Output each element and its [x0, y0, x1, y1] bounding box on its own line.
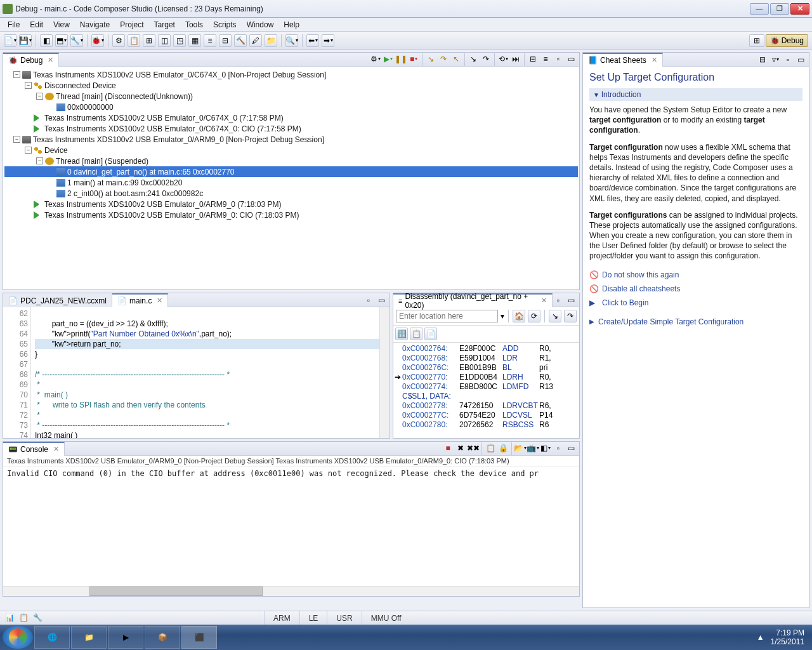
taskbar-vbox[interactable]: 📦 — [145, 626, 180, 649]
console-tab[interactable]: 📟 Console ✕ — [3, 442, 65, 456]
debug-tree-row[interactable]: −Device — [4, 145, 578, 156]
editor-tab-ccxml[interactable]: 📄 PDC_JAN25_NEW.ccxml — [3, 293, 112, 307]
taskbar-ie[interactable]: 🌐 — [34, 626, 70, 649]
nav-back-button[interactable]: ⬅ — [306, 34, 319, 47]
terminate-button[interactable]: ■ — [442, 442, 454, 454]
minimize-view-icon[interactable]: ▫ — [553, 442, 564, 454]
link-create-update[interactable]: ▶Create/Update Simple Target Configurati… — [589, 315, 802, 329]
menu-scripts[interactable]: Scripts — [208, 19, 242, 30]
link-do-not-show[interactable]: 🚫Do not show this again — [589, 268, 802, 282]
close-button[interactable]: ✕ — [790, 3, 809, 15]
maximize-view-icon[interactable]: ▭ — [565, 295, 577, 306]
minimize-button[interactable]: — — [750, 3, 769, 15]
taskbar-explorer[interactable]: 📁 — [71, 626, 107, 649]
tool-button[interactable]: ⬒ — [55, 34, 68, 47]
save-button[interactable]: 💾 — [19, 34, 32, 47]
step-over-button[interactable]: ↷ — [438, 53, 449, 65]
debug-tree-row[interactable]: 2 c_int00() at boot.asm:241 0xc000982c — [4, 188, 578, 199]
close-icon[interactable]: ✕ — [48, 56, 53, 64]
view-menu-button[interactable]: ▿ — [769, 54, 781, 65]
disassembly-body[interactable]: 0xC0002764:E28F000CADDR0,0xC0002768:E59D… — [393, 343, 579, 431]
dropdown-icon[interactable]: ▾ — [501, 312, 504, 321]
menu-project[interactable]: Project — [115, 19, 148, 30]
debug-tree-row[interactable]: 0 0x00000000 — [4, 102, 578, 112]
tool-button[interactable]: ⊟ — [757, 54, 768, 65]
system-tray[interactable]: ▲ 7:19 PM 1/25/2011 — [752, 628, 809, 647]
menu-target[interactable]: Target — [149, 19, 180, 30]
debug-tree-row[interactable]: −Thread [main] (Suspended) — [4, 156, 578, 166]
tool-button[interactable]: 📋 — [410, 328, 422, 340]
display-button[interactable]: 📺 — [527, 442, 539, 454]
step-into-button[interactable]: ↘ — [425, 53, 436, 65]
disasm-row[interactable]: ➔0xC0002770:E1DD00B4LDRHR0, — [395, 373, 578, 382]
debug-tree-row[interactable]: −Texas Instruments XDS100v2 USB Emulator… — [4, 134, 578, 145]
minimize-view-icon[interactable]: ▫ — [553, 53, 564, 65]
scrollbar-h[interactable] — [3, 586, 579, 596]
menu-help[interactable]: Help — [278, 19, 304, 30]
asm-step-into-button[interactable]: ↘ — [468, 53, 479, 65]
remove-all-button[interactable]: ✖✖ — [468, 442, 479, 454]
perspective-open-button[interactable]: ⊞ — [749, 34, 764, 47]
disasm-row[interactable]: C$SL1, DATA: — [395, 392, 578, 401]
disasm-row[interactable]: 0xC0002764:E28F000CADDR0, — [395, 344, 578, 354]
debug-tree-row[interactable]: Texas Instruments XDS100v2 USB Emulator_… — [4, 199, 578, 209]
link-click-begin[interactable]: ▶Click to Begin — [589, 296, 802, 310]
debug-tree-row[interactable]: −Texas Instruments XDS100v2 USB Emulator… — [4, 69, 578, 80]
tool-button[interactable]: ⊟ — [527, 53, 539, 65]
disasm-row[interactable]: 0xC000277C:6D754E20LDCVSLP14 — [395, 411, 578, 420]
tool-button[interactable]: ◫ — [158, 34, 171, 47]
console-output[interactable]: Invalid CIO command (0) in the CIO buffe… — [3, 467, 579, 481]
code-editor[interactable]: 62636465666768697071727374 part_no = ((d… — [3, 307, 390, 438]
tool-button[interactable]: 📋 — [128, 34, 140, 47]
maximize-view-icon[interactable]: ▭ — [565, 53, 577, 65]
close-icon[interactable]: ✕ — [652, 56, 657, 64]
perspective-debug-button[interactable]: 🐞 Debug — [766, 34, 808, 47]
status-icon[interactable]: 📊 — [5, 613, 15, 623]
suspend-button[interactable]: ❚❚ — [395, 53, 407, 65]
disasm-row[interactable]: 0xC0002768:E59D1004LDRR1, — [395, 354, 578, 363]
tool-button[interactable]: 🖊 — [249, 34, 262, 47]
editor-code[interactable]: part_no = ((dev_id >> 12) & 0xffff); "kw… — [31, 307, 379, 438]
cheatsheets-body[interactable]: Set Up Target Configuration Introduction… — [583, 67, 809, 334]
close-icon[interactable]: ✕ — [541, 296, 547, 305]
refresh-button[interactable]: ⟳ — [528, 310, 540, 322]
close-icon[interactable]: ✕ — [157, 296, 162, 305]
nav-fwd-button[interactable]: ➡ — [322, 34, 334, 47]
cheat-section[interactable]: Introduction — [589, 88, 802, 101]
maximize-view-icon[interactable]: ▭ — [795, 54, 806, 65]
debug-tree-row[interactable]: Texas Instruments XDS100v2 USB Emulator_… — [4, 209, 578, 220]
tool-button[interactable]: 🔍 — [285, 34, 298, 47]
menu-navigate[interactable]: Navigate — [75, 19, 115, 30]
restart-button[interactable]: ⟲ — [497, 53, 509, 65]
remove-button[interactable]: ✖ — [455, 442, 466, 454]
disasm-location-input[interactable] — [396, 310, 498, 322]
step-return-button[interactable]: ↖ — [450, 53, 462, 65]
minimize-view-icon[interactable]: ▫ — [553, 295, 564, 306]
new-button[interactable]: 📄 — [4, 34, 16, 47]
tool-button[interactable]: ≡ — [540, 53, 551, 65]
debug-tree-row[interactable]: Texas Instruments XDS100v2 USB Emulator_… — [4, 112, 578, 123]
disasm-row[interactable]: 0xC0002778:74726150LDRVCBTR6, — [395, 401, 578, 411]
tray-icon[interactable]: ▲ — [757, 633, 764, 642]
debug-tree-row[interactable]: −Thread [main] (Disconnected(Unknown)) — [4, 91, 578, 102]
status-icon[interactable]: 🔧 — [33, 613, 43, 623]
tool-button[interactable]: 📄 — [424, 328, 437, 340]
debug-tree-row[interactable]: Texas Instruments XDS100v2 USB Emulator_… — [4, 123, 578, 134]
step-button[interactable]: ↷ — [564, 310, 577, 322]
tool-button[interactable]: ◧ — [540, 442, 551, 454]
tool-button[interactable]: 📂 — [514, 442, 526, 454]
debug-button[interactable]: 🐞 — [91, 34, 104, 47]
tool-button[interactable]: ⊞ — [143, 34, 155, 47]
menu-edit[interactable]: Edit — [25, 19, 48, 30]
disasm-row[interactable]: 0xC000276C:EB001B9BBLpri — [395, 363, 578, 373]
taskbar-terminal[interactable]: ⬛ — [181, 626, 217, 649]
menu-tools[interactable]: Tools — [180, 19, 208, 30]
debug-tab[interactable]: 🐞 Debug ✕ — [3, 53, 59, 67]
debug-tree-row[interactable]: −Disconnected Device — [4, 80, 578, 91]
start-button[interactable] — [3, 626, 33, 649]
maximize-view-icon[interactable]: ▭ — [376, 295, 387, 306]
taskbar-media[interactable]: ▶ — [108, 626, 143, 649]
step-button[interactable]: ↘ — [549, 310, 561, 322]
tool-button[interactable]: ⚙ — [112, 34, 125, 47]
cheatsheets-tab[interactable]: 📘 Cheat Sheets ✕ — [583, 53, 663, 67]
